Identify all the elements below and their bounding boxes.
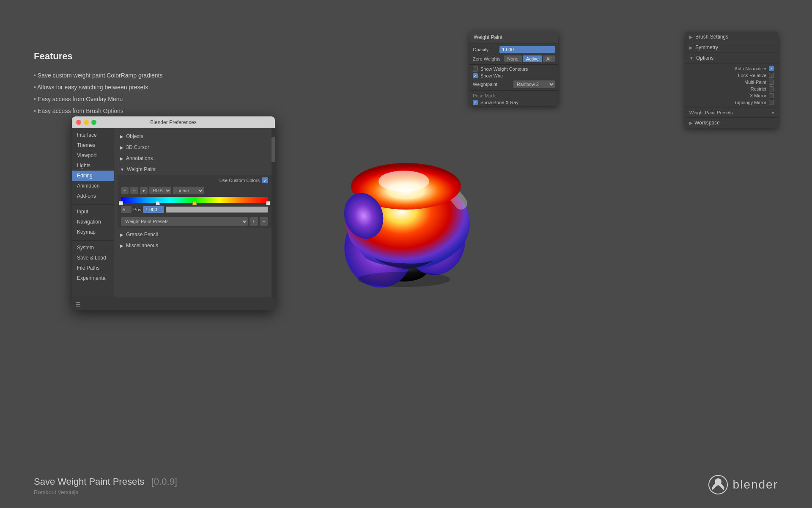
auto-normalize-row: Auto Normalize (689, 65, 774, 72)
menu-icon[interactable]: ☰ (75, 301, 81, 308)
arrow-down-icon: ▼ (120, 167, 124, 172)
remove-stop-button[interactable]: − (130, 187, 138, 194)
scrollbar-thumb[interactable] (272, 137, 275, 162)
section-3dcursor-header[interactable]: ▶ 3D Cursor (118, 143, 272, 152)
section-weight-paint-header[interactable]: ▼ Weight Paint (118, 165, 272, 174)
options-section[interactable]: ▼ Options (685, 53, 778, 64)
symmetry-arrow: ▶ (689, 45, 693, 50)
topology-mirror-label: Topology Mirror (734, 100, 766, 105)
sidebar-item-interface[interactable]: Interface (72, 130, 114, 140)
ramp-stop-0[interactable] (119, 201, 123, 205)
brush-settings-arrow: ▶ (689, 35, 693, 39)
feature-item-2: Allows for easy switching between preset… (34, 81, 163, 93)
color-ramp-controls: + − ▾ RGB HSV Linear Ease Constant (121, 187, 268, 194)
close-button[interactable] (76, 120, 81, 125)
wp-divider-2 (469, 64, 558, 65)
zero-weights-all-button[interactable]: All (543, 55, 555, 62)
topology-mirror-checkbox[interactable] (769, 100, 774, 105)
sidebar-item-experimental[interactable]: Experimental (72, 273, 114, 283)
use-custom-colors-row: Use Custom Colors (121, 177, 268, 183)
ramp-stop-1[interactable] (156, 201, 160, 205)
scrollbar[interactable] (272, 128, 275, 298)
show-weight-contours-row: Show Weight Contours (469, 66, 558, 72)
wp-panel-title: Weight Paint (469, 32, 558, 43)
remove-preset-button[interactable]: − (260, 217, 268, 226)
workspace-label: Workspace (694, 120, 720, 126)
brush-settings-label: Brush Settings (695, 34, 728, 40)
arrow-icon: ▶ (120, 232, 123, 237)
section-3dcursor: ▶ 3D Cursor (118, 143, 272, 152)
x-mirror-checkbox[interactable] (769, 93, 774, 98)
footer-title-row: Save Weight Paint Presets [0.0.9] (34, 476, 177, 487)
arrow-icon: ▶ (120, 145, 123, 150)
weightpaint-select[interactable]: Rainbow 2 Rainbow (513, 80, 555, 88)
restrict-checkbox[interactable] (769, 86, 774, 91)
add-stop-button[interactable]: + (121, 187, 129, 194)
sidebar-item-system[interactable]: System (72, 243, 114, 253)
zero-weights-row: Zero Weights None Active All (469, 54, 558, 64)
sidebar-item-navigation[interactable]: Navigation (72, 217, 114, 227)
sidebar-item-animation[interactable]: Animation (72, 181, 114, 191)
section-misc-header[interactable]: ▶ Miscellaneous (118, 241, 272, 250)
ramp-stop-3[interactable] (266, 201, 270, 205)
workspace-row[interactable]: ▶ Workspace (685, 118, 778, 128)
color-preview[interactable] (166, 207, 268, 213)
show-wire-checkbox[interactable] (473, 73, 478, 78)
options-label: Options (696, 55, 713, 61)
x-mirror-label: X Mirror (750, 93, 766, 98)
section-grease-pencil: ▶ Grease Pencil (118, 230, 272, 239)
opacity-value-bar[interactable]: 1.000 (499, 46, 555, 53)
opacity-row: Opacity 1.000 (469, 45, 558, 54)
sidebar-item-themes[interactable]: Themes (72, 140, 114, 150)
add-preset-button[interactable]: + (250, 217, 258, 226)
zero-weights-buttons: None Active All (504, 55, 555, 62)
prefs-content: ▶ Objects ▶ 3D Cursor ▶ Annotations (114, 128, 275, 298)
zero-weights-active-button[interactable]: Active (523, 55, 542, 62)
section-misc: ▶ Miscellaneous (118, 241, 272, 250)
presets-select[interactable]: Weight Paint Presets (121, 217, 248, 226)
interpolation-select[interactable]: Linear Ease Constant (173, 187, 204, 194)
section-grease-pencil-header[interactable]: ▶ Grease Pencil (118, 230, 272, 239)
multi-paint-checkbox[interactable] (769, 80, 774, 85)
section-objects-header[interactable]: ▶ Objects (118, 132, 272, 141)
workspace-arrow: ▶ (689, 121, 693, 125)
prefs-sidebar: Interface Themes Viewport Lights Editing… (72, 128, 114, 298)
sidebar-item-addons[interactable]: Add-ons (72, 191, 114, 201)
arrow-icon: ▶ (120, 243, 123, 248)
sidebar-item-keymap[interactable]: Keymap (72, 227, 114, 237)
section-weight-paint: ▼ Weight Paint Use Custom Colors + − ▾ R… (118, 165, 272, 228)
sidebar-item-editing[interactable]: Editing (72, 171, 114, 181)
ramp-stop-2[interactable] (192, 201, 197, 205)
section-annotations-header[interactable]: ▶ Annotations (118, 154, 272, 163)
show-weight-contours-checkbox[interactable] (473, 66, 478, 72)
auto-normalize-label: Auto Normalize (735, 66, 766, 71)
zero-weights-none-button[interactable]: None (504, 55, 522, 62)
symmetry-section[interactable]: ▶ Symmetry (685, 42, 778, 53)
color-mode-select[interactable]: RGB HSV (149, 187, 171, 194)
sidebar-item-input[interactable]: Input (72, 207, 114, 217)
brush-settings-section[interactable]: ▶ Brush Settings (685, 32, 778, 42)
stop-count-input[interactable] (121, 206, 132, 213)
sidebar-item-lights[interactable]: Lights (72, 160, 114, 171)
weight-paint-presets-row[interactable]: Weight Paint Presets ▾ (685, 108, 778, 118)
minimize-button[interactable] (84, 120, 89, 125)
auto-normalize-checkbox[interactable] (769, 66, 774, 71)
color-ramp-bar[interactable] (121, 197, 268, 203)
lock-relative-checkbox[interactable] (769, 73, 774, 78)
dropdown-button[interactable]: ▾ (140, 187, 148, 194)
traffic-lights (76, 120, 96, 125)
footer-author: Rombout Versluijs (34, 489, 177, 495)
weight-paint-content: Use Custom Colors + − ▾ RGB HSV Linear (118, 175, 272, 228)
show-bone-xray-checkbox[interactable] (473, 100, 478, 105)
prefs-footer: ☰ (72, 298, 275, 310)
use-custom-colors-checkbox[interactable] (262, 177, 268, 183)
options-content: Auto Normalize Lock-Relative Multi-Paint… (685, 64, 778, 108)
pos-value-input[interactable] (143, 206, 164, 213)
footer: Save Weight Paint Presets [0.0.9] Rombou… (34, 476, 177, 495)
restrict-row: Restrict (689, 86, 774, 92)
sidebar-item-viewport[interactable]: Viewport (72, 150, 114, 160)
sidebar-item-save-load[interactable]: Save & Load (72, 253, 114, 263)
white-highlight (379, 171, 429, 192)
sidebar-item-file-paths[interactable]: File Paths (72, 263, 114, 273)
maximize-button[interactable] (91, 120, 96, 125)
